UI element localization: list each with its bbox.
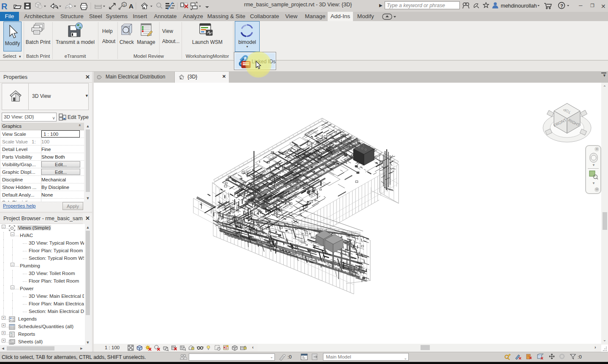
svg-text:R: R bbox=[1, 2, 8, 11]
svg-text:?: ? bbox=[560, 3, 563, 8]
svg-text:A: A bbox=[129, 3, 133, 10]
svg-text:1: 1 bbox=[123, 3, 125, 7]
svg-text:mehdinourollah: mehdinourollah bbox=[501, 3, 537, 9]
